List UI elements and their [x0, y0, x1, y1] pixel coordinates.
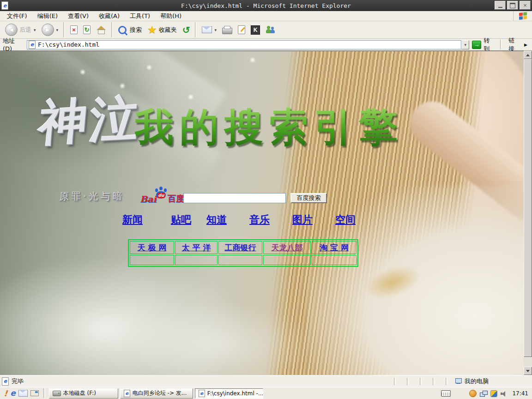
minimize-button[interactable]	[495, 1, 506, 10]
favorites-star-icon: ★	[147, 24, 157, 35]
address-url[interactable]: F:\csy\index.html	[38, 41, 99, 48]
vertical-scrollbar[interactable]	[524, 51, 532, 375]
menu-edit[interactable]: 编辑(E)	[32, 11, 63, 22]
table-cell: 天龙八部	[263, 241, 311, 254]
page-headline: 我的搜索引擎	[135, 101, 404, 154]
history-button[interactable]: ↺	[180, 24, 193, 36]
ie-window: e F:\csy\index.html - Microsoft Internet…	[0, 0, 532, 399]
home-button[interactable]	[94, 24, 109, 36]
show-desktop-icon[interactable]	[30, 390, 39, 396]
forward-button[interactable]: ▶ ▾	[39, 22, 61, 38]
table-link-tianji[interactable]: 天 极 网	[138, 243, 167, 252]
table-row: 天 极 网 太 平 洋 工商银行 天龙八部 淘 宝 网	[130, 241, 357, 254]
messenger-button[interactable]	[263, 24, 278, 36]
toolbar-separator	[195, 22, 197, 37]
links-table: 天 极 网 太 平 洋 工商银行 天龙八部 淘 宝 网	[128, 239, 358, 267]
stop-button[interactable]: ×	[68, 24, 80, 36]
taskbar-button-local-disk[interactable]: 本地磁盘 (F:)	[49, 388, 118, 399]
addressbar-separator	[500, 40, 502, 49]
table-link-taobao[interactable]: 淘 宝 网	[320, 243, 349, 252]
table-cell: 工商银行	[218, 241, 262, 254]
address-input[interactable]: e F:\csy\index.html	[27, 40, 461, 49]
status-text: 完毕	[9, 377, 24, 386]
baidu-logo: Bai du 百度	[140, 187, 180, 206]
table-link-tianlongbabu[interactable]: 天龙八部	[272, 243, 303, 252]
search-input[interactable]	[183, 193, 286, 203]
menu-bar: 文件(F) 编辑(E) 查看(V) 收藏(A) 工具(T) 帮助(H)	[0, 11, 532, 21]
table-link-icbc[interactable]: 工商银行	[225, 243, 256, 252]
baidu-search-button[interactable]: 百度搜索	[290, 193, 327, 203]
security-zone-label: 我的电脑	[465, 377, 530, 386]
bg-mist	[120, 301, 314, 375]
bg-gold-jewelry	[362, 260, 423, 304]
forward-icon: ▶	[42, 24, 54, 36]
windows-flag-icon	[519, 12, 527, 20]
scroll-down-button[interactable]	[524, 367, 532, 375]
status-pane-divider	[446, 378, 447, 385]
toolbar-separator	[63, 22, 65, 37]
taskbar-button-label: 本地磁盘 (F:)	[63, 389, 96, 397]
nav-link-zhidao[interactable]: 知道	[206, 213, 227, 227]
stop-icon: ×	[70, 25, 78, 34]
table-link-pconline[interactable]: 太 平 洋	[182, 243, 211, 252]
menu-view[interactable]: 查看(V)	[63, 11, 94, 22]
nav-link-space[interactable]: 空间	[335, 213, 356, 227]
scroll-up-button[interactable]	[524, 51, 532, 59]
mail-dropdown-icon[interactable]: ▾	[214, 28, 217, 32]
table-cell: 天 极 网	[130, 241, 174, 254]
home-icon	[96, 26, 106, 34]
status-pane-divider	[420, 378, 422, 385]
refresh-icon: ↻	[83, 25, 91, 34]
system-tray: 17:41	[438, 387, 531, 399]
menu-file[interactable]: 文件(F)	[2, 11, 32, 22]
go-arrow-icon[interactable]: →	[472, 41, 481, 49]
nav-link-news[interactable]: 新闻	[122, 213, 143, 227]
table-cell-empty	[130, 255, 174, 265]
launcher-icon[interactable]: !	[3, 389, 8, 398]
sparkle	[119, 83, 126, 89]
ie-quicklaunch-icon[interactable]: e	[10, 389, 16, 397]
print-button[interactable]	[220, 24, 235, 36]
menu-tools[interactable]: 工具(T)	[125, 11, 155, 22]
network-tray-icon[interactable]	[480, 391, 487, 397]
back-dropdown-icon[interactable]: ▾	[34, 28, 36, 32]
input-method-tray-icon[interactable]	[490, 390, 497, 397]
messenger-tray-icon[interactable]	[469, 390, 477, 397]
scrollbar-thumb[interactable]	[524, 59, 532, 357]
address-dropdown-button[interactable]: ▾	[461, 40, 469, 49]
edit-button[interactable]	[236, 24, 248, 36]
sparkle	[79, 69, 86, 75]
back-button[interactable]: ◀ 后退 ▾	[3, 22, 38, 38]
nav-link-images[interactable]: 图片	[292, 213, 313, 227]
mail-button[interactable]: ▾	[200, 24, 219, 35]
clock[interactable]: 17:41	[510, 390, 528, 397]
title-bar: e F:\csy\index.html - Microsoft Internet…	[0, 0, 532, 11]
bg-figure-arm	[401, 92, 524, 230]
table-cell-empty	[312, 255, 357, 265]
close-button[interactable]: ×	[520, 1, 531, 10]
menu-favorites[interactable]: 收藏(A)	[94, 11, 125, 22]
baidu-logo-du: du	[157, 193, 165, 198]
favorites-button[interactable]: ★ 收藏夹	[145, 23, 179, 37]
status-page-icon: e	[2, 377, 9, 386]
minimize-icon	[498, 7, 502, 8]
nav-link-tieba[interactable]: 贴吧	[171, 213, 191, 227]
quick-launch: ! e	[1, 389, 42, 398]
editor-k-button[interactable]: K	[248, 24, 262, 36]
search-button[interactable]: 搜索	[116, 24, 144, 36]
volume-tray-icon[interactable]	[501, 391, 507, 397]
nav-link-music[interactable]: 音乐	[249, 213, 270, 227]
taskbar-button-index-window[interactable]: e F:\csy\index.html -...	[195, 388, 263, 399]
maximize-button[interactable]	[507, 1, 518, 10]
print-icon	[222, 28, 232, 34]
refresh-button[interactable]: ↻	[81, 24, 93, 36]
links-expand-icon[interactable]: ▶	[524, 42, 527, 47]
menu-help[interactable]: 帮助(H)	[155, 11, 187, 22]
close-icon: ×	[523, 2, 527, 8]
keyboard-tray-icon[interactable]	[441, 390, 451, 397]
back-label: 后退	[19, 26, 31, 34]
forward-dropdown-icon[interactable]: ▾	[56, 28, 59, 32]
status-pane-divider	[394, 378, 396, 385]
taskbar-button-forum-window[interactable]: e 电白同乡论坛 -> 发...	[120, 388, 193, 399]
outlook-express-icon[interactable]	[18, 390, 28, 397]
